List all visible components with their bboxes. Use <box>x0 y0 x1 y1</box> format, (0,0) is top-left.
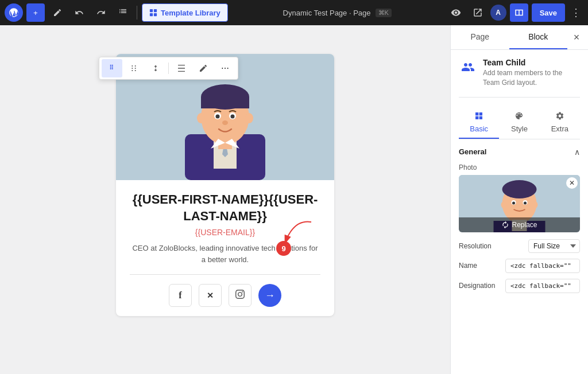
arrow-icon: → <box>265 290 275 302</box>
photo-remove-button[interactable]: ✕ <box>566 177 578 189</box>
save-button[interactable]: Save <box>532 3 565 22</box>
topbar: + Template Library Dynamic Test Page · P… <box>0 0 588 25</box>
svg-point-40 <box>501 201 507 208</box>
more-block-options-button[interactable]: ⋯ <box>215 59 235 77</box>
svg-point-7 <box>112 65 113 66</box>
toolbar-divider <box>168 63 169 74</box>
panel-content: Team Child Add team members to the Team … <box>451 50 588 374</box>
svg-point-24 <box>245 113 253 123</box>
replace-photo-button[interactable]: Replace <box>459 217 580 232</box>
external-link-button[interactable] <box>469 3 487 22</box>
twitter-button[interactable]: ✕ <box>199 284 222 307</box>
svg-rect-35 <box>479 116 482 119</box>
keyboard-shortcut: ⌘K <box>376 9 392 17</box>
page-title-area: Dynamic Test Page · Page ⌘K <box>231 9 443 17</box>
undo-button[interactable] <box>70 3 88 22</box>
block-toolbar: ⋯ <box>99 57 238 80</box>
name-label: Name <box>459 262 477 270</box>
collapse-general-button[interactable]: ∧ <box>574 147 580 157</box>
right-panel: Page Block × Team Child Add team members… <box>450 25 588 374</box>
list-view-button[interactable] <box>114 3 132 22</box>
svg-rect-22 <box>201 97 249 108</box>
resolution-label: Resolution <box>459 242 492 250</box>
svg-point-29 <box>222 120 228 125</box>
block-title: Team Child <box>483 58 580 67</box>
replace-label: Replace <box>512 221 537 229</box>
svg-point-10 <box>131 65 133 67</box>
svg-point-5 <box>110 67 111 68</box>
card-bio: CEO at ZoloBlocks, leading innovative te… <box>130 243 320 265</box>
draw-button[interactable] <box>48 3 67 22</box>
instagram-icon <box>235 290 245 301</box>
team-card: {{USER-FIRST-NAME}}{{USER-LAST-NAME}} {{… <box>116 54 334 316</box>
arrow-button[interactable]: → <box>258 284 281 307</box>
designation-input[interactable] <box>505 279 580 293</box>
select-button[interactable] <box>102 59 122 77</box>
name-field: Name <box>459 259 580 273</box>
svg-point-44 <box>512 201 515 204</box>
drag-handle-button[interactable] <box>123 59 144 77</box>
sub-tab-extra[interactable]: Extra <box>540 107 580 139</box>
svg-rect-2 <box>150 13 153 16</box>
edit-button[interactable] <box>193 59 214 77</box>
card-content: {{USER-FIRST-NAME}}{{USER-LAST-NAME}} {{… <box>116 180 334 316</box>
svg-rect-0 <box>150 9 153 12</box>
svg-point-37 <box>502 180 537 198</box>
template-library-button[interactable]: Template Library <box>142 3 228 22</box>
section-header-general: General ∧ <box>459 147 580 157</box>
move-up-down-button[interactable] <box>145 59 166 77</box>
account-button[interactable]: A <box>490 5 506 21</box>
sub-tab-basic[interactable]: Basic <box>459 107 499 139</box>
basic-icon <box>474 111 483 123</box>
resolution-field: Resolution Full Size <box>459 239 580 253</box>
svg-rect-3 <box>154 13 157 16</box>
svg-point-11 <box>131 68 133 69</box>
redo-button[interactable] <box>92 3 110 22</box>
facebook-icon: f <box>179 290 181 301</box>
sidebar-toggle-button[interactable] <box>510 3 528 22</box>
more-options-button[interactable]: ⋮ <box>568 6 583 19</box>
view-button[interactable] <box>447 3 465 22</box>
twitter-icon: ✕ <box>207 291 214 300</box>
extra-icon <box>555 111 564 123</box>
card-social: f ✕ → <box>130 284 320 307</box>
align-button[interactable] <box>171 59 192 77</box>
svg-point-4 <box>110 65 111 66</box>
style-icon <box>514 111 524 123</box>
panel-close-button[interactable]: × <box>567 28 586 46</box>
svg-point-23 <box>197 113 205 123</box>
svg-rect-34 <box>475 116 478 119</box>
designation-label: Designation <box>459 282 495 290</box>
facebook-button[interactable]: f <box>169 284 192 307</box>
card-email: {{USER-EMAIL}} <box>130 228 320 237</box>
photo-field: Photo <box>459 163 580 232</box>
svg-point-45 <box>524 201 527 204</box>
svg-rect-1 <box>154 9 157 12</box>
sub-tab-style[interactable]: Style <box>499 107 539 139</box>
wp-logo[interactable] <box>5 3 23 22</box>
block-info: Team Child Add team members to the Team … <box>459 58 580 98</box>
add-block-button[interactable]: + <box>26 3 45 22</box>
tab-block[interactable]: Block <box>509 25 568 49</box>
general-title: General <box>459 147 486 156</box>
block-text: Team Child Add team members to the Team … <box>483 58 580 88</box>
block-desc: Add team members to the Team Grid layout… <box>483 68 580 88</box>
page-title: Dynamic Test Page · Page <box>283 9 371 17</box>
svg-point-27 <box>216 115 220 119</box>
topbar-divider-1 <box>137 6 137 20</box>
svg-point-6 <box>110 68 111 69</box>
tab-page[interactable]: Page <box>451 25 509 49</box>
svg-point-41 <box>532 201 538 208</box>
general-section: General ∧ Photo <box>459 147 580 293</box>
photo-label: Photo <box>459 163 580 172</box>
canvas: ⋯ <box>0 25 450 374</box>
svg-rect-32 <box>475 112 478 115</box>
card-name: {{USER-FIRST-NAME}}{{USER-LAST-NAME}} <box>130 192 320 224</box>
sub-tab-style-label: Style <box>511 124 528 133</box>
card-divider <box>130 274 320 275</box>
name-input[interactable] <box>505 259 580 273</box>
resolution-select[interactable]: Full Size <box>528 239 580 253</box>
instagram-button[interactable] <box>229 284 252 307</box>
panel-tabs: Page Block × <box>451 25 588 50</box>
svg-point-8 <box>112 67 113 68</box>
